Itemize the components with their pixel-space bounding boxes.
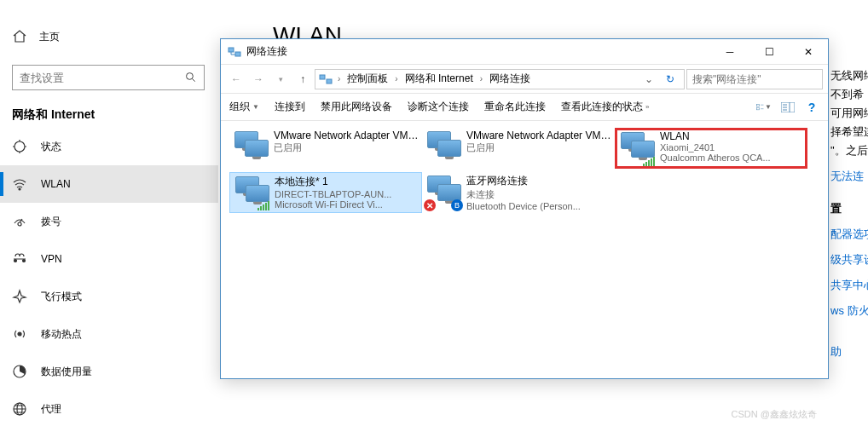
settings-nav: 状态WLAN拨号VPN飞行模式移动热点数据使用量代理 — [0, 128, 218, 426]
connection-icon — [619, 130, 655, 166]
view-options-icon[interactable]: ▼ — [756, 100, 772, 115]
connection-name: VMware Network Adapter VMnet8 — [466, 130, 611, 141]
connection-icon — [233, 130, 269, 165]
window-title: 网络连接 — [246, 44, 710, 59]
svg-rect-16 — [757, 107, 760, 109]
connection-icon — [234, 175, 269, 210]
svg-point-2 — [19, 188, 20, 190]
network-icon — [319, 72, 333, 86]
rename-button[interactable]: 重命名此连接 — [484, 100, 546, 114]
svg-rect-15 — [757, 104, 760, 106]
view-status-button[interactable]: 查看此连接的状态» — [561, 100, 649, 114]
search-icon — [185, 72, 197, 83]
forward-button[interactable]: → — [248, 69, 269, 89]
svg-point-1 — [14, 141, 25, 152]
svg-rect-10 — [229, 48, 234, 52]
home-link[interactable]: 主页 — [12, 29, 60, 44]
link-sharing[interactable]: 级共享设 — [830, 252, 868, 268]
connection-item[interactable]: 本地连接* 1DIRECT-TBLAPTOP-AUN...Microsoft W… — [229, 172, 422, 213]
link-cant-connect[interactable]: 无法连 — [830, 169, 868, 184]
svg-point-0 — [187, 73, 194, 80]
titlebar[interactable]: 网络连接 ─ ☐ ✕ — [221, 39, 828, 65]
connection-item[interactable]: ✕B蓝牙网络连接未连接Bluetooth Device (Person... — [422, 172, 615, 213]
maximize-button[interactable]: ☐ — [749, 39, 789, 64]
connection-icon: ✕B — [425, 174, 461, 210]
link-adapter-options[interactable]: 配器选项 — [830, 227, 868, 242]
preview-pane-icon[interactable] — [780, 100, 796, 115]
close-button[interactable]: ✕ — [789, 39, 828, 64]
back-button[interactable]: ← — [226, 69, 246, 89]
crumb-network-internet[interactable]: 网络和 Internet — [403, 72, 475, 86]
connection-icon — [425, 130, 461, 165]
address-bar: ← → ▾ ↑ › 控制面板 › 网络和 Internet › 网络连接 ⌄ ↻ — [221, 65, 828, 94]
svg-point-3 — [18, 222, 21, 226]
crumb-network-connections[interactable]: 网络连接 — [488, 72, 532, 86]
network-icon — [228, 45, 241, 59]
connection-name: VMware Network Adapter VMnet1 — [274, 130, 419, 141]
link-sharing-center[interactable]: 共享中心 — [830, 278, 868, 293]
address-dropdown[interactable]: ⌄ — [641, 73, 657, 85]
svg-point-4 — [14, 260, 17, 262]
minimize-button[interactable]: ─ — [710, 39, 749, 64]
nav-item-hotspot[interactable]: 移动热点 — [0, 315, 218, 353]
svg-rect-12 — [320, 75, 325, 79]
help-icon[interactable]: ? — [804, 100, 819, 115]
home-label: 主页 — [39, 30, 60, 44]
search-settings[interactable] — [12, 65, 205, 90]
explorer-search-input[interactable] — [692, 73, 820, 85]
search-input[interactable] — [20, 72, 185, 84]
nav-item-status[interactable]: 状态 — [0, 128, 218, 165]
connection-item[interactable]: VMware Network Adapter VMnet8已启用 — [422, 128, 615, 169]
watermark: CSDN @鑫鑫炫炫奇 — [732, 408, 817, 421]
nav-item-vpn[interactable]: VPN — [0, 240, 218, 278]
nav-item-proxy[interactable]: 代理 — [0, 390, 218, 426]
explorer-window: 网络连接 ─ ☐ ✕ ← → ▾ ↑ › 控制面板 › 网络和 Internet… — [220, 38, 829, 379]
nav-item-wifi[interactable]: WLAN — [0, 165, 218, 203]
right-panel: 无线网络 不到希 可用网络 择希望连 "。之后 无法连 置 配器选项 级共享设 … — [830, 65, 868, 423]
connection-item[interactable]: WLANXiaomi_2401Qualcomm Atheros QCA... — [615, 128, 807, 169]
connection-item[interactable]: VMware Network Adapter VMnet1已启用 — [229, 128, 422, 169]
disable-device-button[interactable]: 禁用此网络设备 — [321, 100, 392, 114]
nav-item-data[interactable]: 数据使用量 — [0, 353, 218, 390]
up-button[interactable]: ↑ — [292, 69, 313, 89]
organize-menu[interactable]: 组织▼ — [229, 100, 259, 114]
connection-name: 本地连接* 1 — [275, 175, 418, 189]
svg-rect-11 — [235, 52, 240, 56]
refresh-button[interactable]: ↻ — [660, 73, 680, 85]
breadcrumb-bar[interactable]: › 控制面板 › 网络和 Internet › 网络连接 ⌄ ↻ — [315, 69, 685, 89]
svg-rect-13 — [327, 79, 332, 83]
svg-point-6 — [18, 332, 21, 336]
toolbar: 组织▼ 连接到 禁用此网络设备 诊断这个连接 重命名此连接 查看此连接的状态» … — [221, 94, 828, 121]
link-help[interactable]: 助 — [830, 344, 868, 360]
connect-to-button[interactable]: 连接到 — [275, 100, 305, 114]
explorer-search[interactable] — [686, 69, 823, 89]
link-firewall[interactable]: ws 防火墙 — [830, 303, 868, 319]
connection-name: WLAN — [660, 130, 803, 142]
nav-item-airplane[interactable]: 飞行模式 — [0, 278, 218, 315]
connection-name: 蓝牙网络连接 — [466, 174, 611, 188]
diagnose-button[interactable]: 诊断这个连接 — [408, 100, 469, 114]
recent-dropdown[interactable]: ▾ — [270, 69, 291, 89]
svg-point-5 — [23, 260, 26, 262]
nav-item-dial[interactable]: 拨号 — [0, 203, 218, 240]
crumb-control-panel[interactable]: 控制面板 — [345, 72, 390, 86]
connections-pane[interactable]: VMware Network Adapter VMnet1已启用VMware N… — [221, 121, 828, 223]
section-title: 网络和 Internet — [12, 107, 95, 123]
